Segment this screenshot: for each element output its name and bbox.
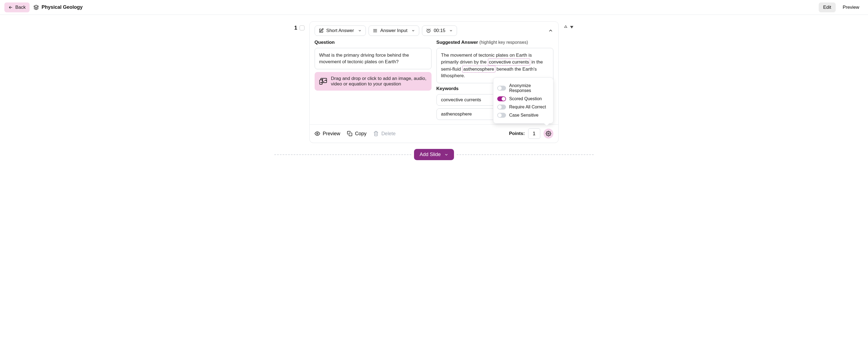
answer-note: (highlight key responses): [479, 40, 528, 44]
move-up-icon[interactable]: [563, 25, 568, 29]
question-input[interactable]: What is the primary driving force behind…: [315, 48, 432, 69]
question-label: Question: [315, 40, 432, 45]
question-type-select[interactable]: Short Answer: [315, 26, 366, 36]
toggle-label: Scored Question: [509, 96, 542, 101]
chevron-down-icon: [411, 29, 415, 33]
toggle-switch[interactable]: [497, 96, 506, 101]
card-head: Short Answer Answer Input: [310, 22, 558, 40]
topbar: Back Physical Geology Edit Preview: [0, 0, 868, 15]
card-footer: Preview Copy Delete Points:: [310, 124, 558, 143]
answer-label: Suggested Answer: [436, 40, 478, 45]
svg-marker-12: [570, 26, 573, 28]
settings-popover: Anonymize Responses Scored Question Requ…: [493, 78, 553, 123]
svg-marker-11: [564, 26, 567, 27]
answer-input-label: Answer Input: [380, 28, 407, 33]
chevron-down-icon: [358, 29, 362, 33]
tab-preview[interactable]: Preview: [838, 2, 864, 12]
clock-icon: [426, 28, 431, 33]
topbar-left: Back Physical Geology: [4, 2, 83, 12]
add-slide-button[interactable]: Add Slide: [414, 149, 454, 160]
settings-button[interactable]: [544, 129, 553, 138]
menu-icon: [373, 28, 378, 33]
footer-right: Points:: [509, 128, 553, 139]
svg-rect-9: [349, 133, 352, 136]
topbar-right: Edit Preview: [819, 2, 864, 12]
eye-icon: [315, 131, 320, 136]
timer-select[interactable]: 00:15: [422, 26, 457, 36]
dropzone-text: Drag and drop or click to add an image, …: [331, 76, 427, 87]
breadcrumb: Physical Geology: [33, 4, 83, 10]
trash-icon: [373, 131, 379, 136]
page-title: Physical Geology: [42, 4, 83, 10]
toggle-scored[interactable]: Scored Question: [497, 95, 549, 103]
toggle-switch[interactable]: [497, 86, 506, 91]
edit-icon: [319, 28, 324, 33]
svg-marker-0: [34, 5, 38, 7]
toggle-switch[interactable]: [497, 104, 506, 110]
question-type-label: Short Answer: [327, 28, 354, 33]
back-label: Back: [16, 5, 26, 10]
copy-icon: [347, 131, 352, 136]
toggle-switch[interactable]: [497, 113, 506, 118]
question-col: Question What is the primary driving for…: [315, 40, 432, 120]
toggle-label: Case Sensitive: [509, 113, 538, 118]
add-slide-row: Add Slide: [0, 149, 868, 160]
preview-label: Preview: [323, 131, 340, 136]
layers-icon: [33, 5, 39, 10]
toggle-label: Anonymize Responses: [509, 83, 549, 93]
canvas: 1 Short Answer Answer I: [0, 15, 868, 177]
points-label: Points:: [509, 131, 525, 136]
answer-input-select[interactable]: Answer Input: [369, 26, 419, 36]
back-button[interactable]: Back: [4, 2, 30, 12]
delete-label: Delete: [381, 131, 396, 136]
toggle-label: Require All Correct: [509, 104, 546, 110]
card-head-right: [548, 28, 553, 33]
gear-icon: [546, 131, 551, 136]
svg-point-8: [316, 133, 318, 134]
slide-number-wrap: 1: [294, 21, 304, 31]
add-slide-label: Add Slide: [420, 152, 441, 157]
chevron-down-icon: [444, 153, 448, 157]
points-input[interactable]: [528, 128, 540, 139]
slide-select-checkbox[interactable]: [300, 26, 305, 30]
reorder-controls: [563, 21, 574, 29]
copy-label: Copy: [355, 131, 367, 136]
media-dropzone[interactable]: Drag and drop or click to add an image, …: [315, 72, 432, 91]
delete-button[interactable]: Delete: [373, 131, 396, 136]
tab-edit[interactable]: Edit: [819, 2, 835, 12]
question-card: Short Answer Answer Input: [309, 21, 559, 143]
toggle-anonymize[interactable]: Anonymize Responses: [497, 82, 549, 95]
copy-button[interactable]: Copy: [347, 131, 367, 136]
move-down-icon[interactable]: [569, 25, 574, 29]
answer-label-wrap: Suggested Answer (highlight key response…: [436, 40, 553, 45]
slide-number: 1: [294, 25, 297, 31]
svg-point-10: [548, 133, 549, 134]
collapse-icon[interactable]: [548, 28, 553, 33]
toggle-require-all[interactable]: Require All Correct: [497, 103, 549, 111]
slide-wrap: 1 Short Answer Answer I: [0, 21, 868, 143]
highlight-1[interactable]: convective currents: [488, 59, 530, 66]
media-icon: [319, 78, 327, 85]
preview-button[interactable]: Preview: [315, 131, 340, 136]
timer-label: 00:15: [434, 28, 445, 33]
highlight-2[interactable]: asthenosphere: [462, 66, 495, 73]
chevron-down-icon: [449, 29, 453, 33]
toggle-case-sensitive[interactable]: Case Sensitive: [497, 111, 549, 119]
arrow-left-icon: [8, 5, 13, 10]
